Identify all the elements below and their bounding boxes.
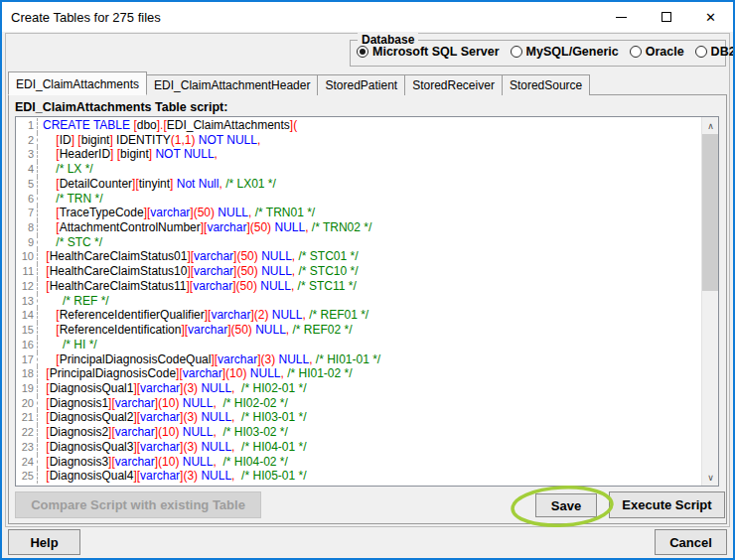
- line-number: 9: [16, 235, 38, 250]
- code-text: /* TRN */: [38, 192, 102, 207]
- code-line: 7 [TraceTypeCode][varchar](50) NULL, /* …: [16, 206, 701, 220]
- help-button[interactable]: Help: [8, 529, 80, 555]
- tab-edi-claimattachmentheader[interactable]: EDI_ClaimAttachmentHeader: [146, 74, 318, 95]
- code-line: 19 [DiagnosisQual1][varchar](3) NULL, /*…: [16, 381, 701, 396]
- code-line: 11 [HealthCareClaimStatus10][varchar](50…: [16, 264, 701, 279]
- tab-storedreceiver[interactable]: StoredReceiver: [404, 74, 503, 95]
- code-line: 16 /* HI */: [16, 338, 701, 352]
- code-text: [Diagnosis1][varchar](10) NULL, /* HI02-…: [38, 396, 288, 411]
- code-text: [DiagnosisQual3][varchar](3) NULL, /* HI…: [38, 440, 307, 455]
- line-number: 10: [16, 249, 38, 264]
- code-text: [TraceTypeCode][varchar](50) NULL, /* TR…: [38, 206, 315, 220]
- cancel-button[interactable]: Cancel: [655, 529, 727, 555]
- tab-page-edi-claimattachments: EDI_ClaimAttachments Table script: 1CREA…: [8, 94, 727, 524]
- tab-strip: EDI_ClaimAttachmentsEDI_ClaimAttachmentH…: [8, 72, 589, 95]
- code-text: [Diagnosis3][varchar](10) NULL, /* HI04-…: [38, 455, 288, 470]
- radio-db2[interactable]: DB2: [695, 45, 735, 59]
- line-number: 20: [16, 396, 38, 411]
- code-text: [DiagnosisQual4][varchar](3) NULL, /* HI…: [38, 469, 307, 484]
- line-number: 8: [16, 220, 38, 235]
- compare-script-button: Compare Script with existing Table: [15, 491, 261, 518]
- code-text: [DetailCounter][tinyint] Not Null, /* LX…: [38, 177, 276, 192]
- database-groupbox: Database Microsoft SQL ServerMySQL/Gener…: [350, 40, 726, 67]
- code-text: [PrincipalDiagnosisCodeQual][varchar](3)…: [38, 352, 380, 367]
- code-text: [HeaderID] [bigint] NOT NULL,: [38, 147, 218, 162]
- radio-selected-icon: [357, 46, 368, 58]
- code-line: 6 /* TRN */: [16, 192, 701, 207]
- code-text: /* LX */: [38, 162, 93, 177]
- scrollbar-thumb[interactable]: [702, 134, 719, 291]
- code-line: 23 [DiagnosisQual3][varchar](3) NULL, /*…: [16, 440, 701, 455]
- code-text: [ID] [bigint] IDENTITY(1,1) NOT NULL,: [38, 133, 260, 148]
- tab-storedpatient[interactable]: StoredPatient: [317, 74, 405, 95]
- chevron-down-icon: ∨: [707, 473, 714, 483]
- caption-buttons: ✕: [599, 2, 733, 32]
- table-script-editor[interactable]: 1CREATE TABLE [dbo].[EDI_ClaimAttachment…: [15, 116, 719, 487]
- code-lines: 1CREATE TABLE [dbo].[EDI_ClaimAttachment…: [16, 118, 701, 486]
- code-line: 1CREATE TABLE [dbo].[EDI_ClaimAttachment…: [16, 118, 701, 133]
- radio-unselected-icon: [695, 46, 707, 58]
- code-line: 25 [DiagnosisQual4][varchar](3) NULL, /*…: [16, 469, 701, 484]
- tab-edi-claimattachments[interactable]: EDI_ClaimAttachments: [8, 71, 147, 95]
- maximize-button[interactable]: [644, 2, 688, 32]
- code-line: 2 [ID] [bigint] IDENTITY(1,1) NOT NULL,: [16, 133, 701, 148]
- code-text: CREATE TABLE [dbo].[EDI_ClaimAttachments…: [38, 118, 297, 133]
- maximize-icon: [662, 12, 671, 22]
- tab-storedsource[interactable]: StoredSource: [502, 74, 590, 95]
- line-number: 5: [16, 177, 38, 192]
- scroll-down-button[interactable]: ∨: [702, 469, 719, 486]
- code-text: [HealthCareClaimStatus10][varchar](50) N…: [38, 264, 359, 279]
- minimize-button[interactable]: [599, 2, 644, 32]
- close-button[interactable]: ✕: [688, 2, 733, 32]
- code-text: /* STC */: [38, 235, 102, 250]
- code-line: 13 /* REF */: [16, 294, 701, 309]
- line-number: 12: [16, 279, 38, 294]
- line-number: 13: [16, 294, 38, 309]
- chevron-up-icon: ∧: [707, 121, 714, 131]
- radio-unselected-icon: [630, 46, 642, 58]
- radio-oracle[interactable]: Oracle: [630, 45, 684, 59]
- radio-label: Microsoft SQL Server: [372, 45, 500, 59]
- code-text: [Diagnosis2][varchar](10) NULL, /* HI03-…: [38, 425, 288, 440]
- code-line: 9 /* STC */: [16, 235, 701, 250]
- save-button[interactable]: Save: [535, 493, 597, 517]
- code-line: 4 /* LX */: [16, 162, 701, 177]
- line-number: 23: [16, 440, 38, 455]
- create-tables-dialog: Create Tables for 275 files ✕ Database M…: [0, 0, 735, 560]
- line-number: 14: [16, 308, 38, 323]
- scroll-up-button[interactable]: ∧: [702, 117, 719, 134]
- code-text: /* HI */: [38, 338, 97, 352]
- execute-script-button[interactable]: Execute Script: [609, 491, 725, 518]
- minimize-icon: [616, 17, 627, 18]
- code-scrollbar[interactable]: ∧ ∨: [701, 117, 718, 486]
- code-text: [HealthCareClaimStatus11][varchar](50) N…: [38, 279, 357, 294]
- code-line: 12 [HealthCareClaimStatus11][varchar](50…: [16, 279, 701, 294]
- close-icon: ✕: [705, 11, 716, 24]
- code-line: 15 [ReferenceIdentification][varchar](50…: [16, 323, 701, 338]
- code-line: 21 [DiagnosisQual2][varchar](3) NULL, /*…: [16, 410, 701, 425]
- code-text: [ReferenceIdentification][varchar](50) N…: [38, 323, 353, 338]
- code-text: [DiagnosisQual1][varchar](3) NULL, /* HI…: [38, 381, 307, 396]
- database-options: Microsoft SQL ServerMySQL/GenericOracleD…: [357, 45, 723, 59]
- line-number: 2: [16, 133, 38, 148]
- code-text: [HealthCareClaimStatus01][varchar](50) N…: [38, 249, 359, 264]
- main-panel: Database Microsoft SQL ServerMySQL/Gener…: [5, 33, 730, 527]
- code-line: 17 [PrincipalDiagnosisCodeQual][varchar]…: [16, 352, 701, 367]
- code-line: 10 [HealthCareClaimStatus01][varchar](50…: [16, 249, 701, 264]
- radio-mysql-generic[interactable]: MySQL/Generic: [511, 45, 619, 59]
- code-text: /* REF */: [38, 294, 109, 309]
- code-text: [AttachmentControlNumber][varchar](50) N…: [38, 220, 371, 235]
- line-number: 3: [16, 147, 38, 162]
- line-number: 19: [16, 381, 38, 396]
- line-number: 16: [16, 338, 38, 352]
- line-number: 17: [16, 352, 38, 367]
- code-line: 14 [ReferenceIdentifierQualifier][varcha…: [16, 308, 701, 323]
- code-line: 8 [AttachmentControlNumber][varchar](50)…: [16, 220, 701, 235]
- line-number: 11: [16, 264, 38, 279]
- window-title: Create Tables for 275 files: [2, 10, 599, 25]
- code-line: 3 [HeaderID] [bigint] NOT NULL,: [16, 147, 701, 162]
- code-line: 22 [Diagnosis2][varchar](10) NULL, /* HI…: [16, 425, 701, 440]
- radio-microsoft-sql-server[interactable]: Microsoft SQL Server: [357, 45, 500, 59]
- line-number: 21: [16, 410, 38, 425]
- line-number: 25: [16, 469, 38, 484]
